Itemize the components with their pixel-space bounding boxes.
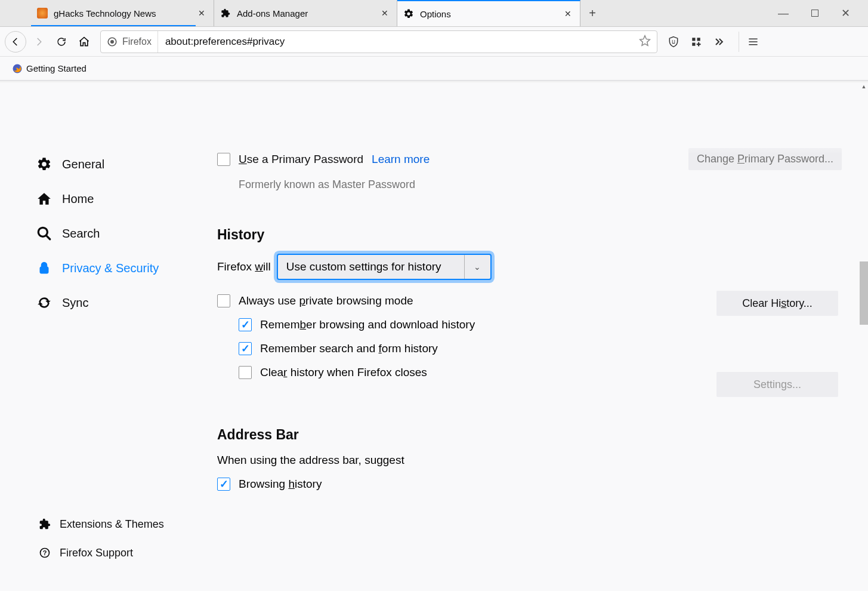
- address-bar-section-title: Address Bar: [217, 427, 842, 443]
- bookmark-star-icon[interactable]: [633, 35, 657, 49]
- option-label: Remember search and form history: [260, 342, 438, 355]
- sidebar-item-support[interactable]: ? Firefox Support: [36, 538, 191, 567]
- sidebar-item-search[interactable]: Search: [33, 216, 189, 251]
- svg-rect-5: [692, 42, 695, 45]
- primary-password-checkbox[interactable]: [217, 153, 230, 166]
- tab-ghacks[interactable]: gHacks Technology News ✕: [31, 0, 214, 26]
- sidebar-item-sync[interactable]: Sync: [33, 285, 189, 320]
- close-icon[interactable]: ✕: [196, 7, 208, 19]
- checkbox[interactable]: [239, 366, 252, 379]
- option-label: Always use private browsing mode: [239, 294, 413, 307]
- sidebar-item-label: Sync: [62, 296, 88, 310]
- svg-rect-9: [40, 267, 48, 273]
- address-bar-subtitle: When using the address bar, suggest: [217, 454, 842, 467]
- menu-icon[interactable]: [739, 32, 759, 52]
- sidebar-item-label: General: [62, 158, 104, 171]
- option-label: Browsing history: [239, 478, 322, 491]
- sidebar-bottom: Extensions & Themes ? Firefox Support: [36, 510, 191, 567]
- svg-text:ⵡ: ⵡ: [672, 39, 675, 44]
- nav-toolbar: Firefox about:preferences#privacy ⵡ: [0, 27, 868, 57]
- home-button[interactable]: [74, 32, 94, 52]
- scroll-up-icon[interactable]: ▲: [860, 82, 868, 91]
- tab-addons[interactable]: Add-ons Manager ✕: [214, 0, 397, 26]
- learn-more-link[interactable]: Learn more: [372, 153, 430, 166]
- remember-search-option[interactable]: ✓ Remember search and form history: [239, 342, 842, 355]
- close-window-icon[interactable]: ✕: [841, 7, 850, 20]
- dropdown-selected: Use custom settings for history: [278, 260, 464, 273]
- preferences-page: General Home Search Privacy & Security S…: [0, 82, 868, 591]
- firefox-brand-icon: [107, 36, 118, 47]
- primary-password-label: Use a Primary Password: [239, 153, 363, 166]
- help-icon: ?: [38, 546, 51, 559]
- sidebar-item-label: Home: [62, 192, 94, 206]
- sidebar-item-label: Privacy & Security: [62, 261, 159, 275]
- maximize-icon[interactable]: [811, 10, 818, 17]
- option-label: Remember browsing and download history: [260, 318, 475, 331]
- sidebar-item-extensions[interactable]: Extensions & Themes: [36, 510, 191, 538]
- svg-rect-4: [697, 38, 700, 41]
- apps-icon[interactable]: [686, 32, 706, 52]
- overflow-icon[interactable]: [709, 32, 729, 52]
- ublock-icon[interactable]: ⵡ: [663, 32, 684, 52]
- svg-point-8: [38, 227, 47, 236]
- home-icon: [36, 190, 52, 207]
- suggest-browsing-history-option[interactable]: ✓ Browsing history: [217, 478, 842, 491]
- sidebar-item-general[interactable]: General: [33, 147, 189, 181]
- history-section-title: History: [217, 227, 842, 243]
- sidebar-item-label: Search: [62, 227, 100, 241]
- back-button[interactable]: [5, 31, 26, 53]
- content-scrollbar[interactable]: ▲: [860, 82, 868, 591]
- checkbox[interactable]: [217, 294, 230, 307]
- ghacks-favicon-icon: [37, 8, 48, 19]
- sidebar-item-home[interactable]: Home: [33, 181, 189, 216]
- remember-browsing-option[interactable]: ✓ Remember browsing and download history: [239, 318, 842, 331]
- url-bar[interactable]: Firefox about:preferences#privacy: [100, 30, 657, 53]
- history-mode-dropdown[interactable]: Use custom settings for history ⌄: [277, 254, 492, 280]
- firefox-will-label: Firefox will: [217, 260, 271, 273]
- svg-text:?: ?: [43, 549, 47, 556]
- url-text[interactable]: about:preferences#privacy: [158, 36, 633, 48]
- categories-sidebar: General Home Search Privacy & Security S…: [33, 147, 189, 320]
- identity-label: Firefox: [122, 36, 152, 47]
- chevron-down-icon[interactable]: ⌄: [464, 255, 490, 279]
- puzzle-icon: [220, 8, 231, 19]
- minimize-icon[interactable]: —: [778, 7, 789, 20]
- puzzle-icon: [38, 518, 51, 531]
- sidebar-item-label: Firefox Support: [60, 547, 133, 559]
- close-icon[interactable]: ✕: [379, 7, 391, 19]
- gear-icon: [403, 8, 414, 19]
- svg-rect-3: [692, 38, 695, 41]
- tab-title: gHacks Technology News: [54, 8, 196, 19]
- bookmarks-bar: Getting Started: [0, 57, 868, 81]
- window-controls: — ✕: [778, 0, 868, 26]
- tab-title: Add-ons Manager: [237, 8, 379, 19]
- history-settings-button[interactable]: Settings...: [716, 372, 838, 397]
- identity-box[interactable]: Firefox: [101, 31, 158, 53]
- search-icon: [36, 225, 52, 242]
- sidebar-item-label: Extensions & Themes: [60, 518, 164, 531]
- checkbox[interactable]: ✓: [239, 318, 252, 331]
- reload-button[interactable]: [51, 32, 72, 52]
- scrollbar-thumb[interactable]: [860, 261, 868, 325]
- new-tab-button[interactable]: +: [580, 0, 604, 26]
- firefox-favicon-icon: [12, 63, 23, 74]
- sync-icon: [36, 294, 52, 311]
- sidebar-item-privacy[interactable]: Privacy & Security: [33, 251, 189, 285]
- checkbox[interactable]: ✓: [217, 478, 230, 491]
- prefs-pane: Use a Primary Password Learn more Change…: [217, 82, 842, 591]
- primary-password-subtext: Formerly known as Master Password: [239, 178, 842, 191]
- clear-history-button[interactable]: Clear History...: [716, 291, 838, 316]
- bookmark-label: Getting Started: [26, 63, 87, 73]
- checkbox[interactable]: ✓: [239, 342, 252, 355]
- svg-point-1: [110, 40, 114, 44]
- tab-strip: gHacks Technology News ✕ Add-ons Manager…: [0, 0, 868, 27]
- bookmark-getting-started[interactable]: Getting Started: [8, 61, 90, 76]
- lock-icon: [36, 260, 52, 276]
- close-icon[interactable]: ✕: [562, 8, 574, 20]
- tab-title: Options: [420, 9, 562, 19]
- gear-icon: [36, 156, 52, 173]
- forward-button[interactable]: [29, 32, 49, 52]
- option-label: Clear history when Firefox closes: [260, 366, 427, 379]
- tab-options[interactable]: Options ✕: [397, 0, 580, 26]
